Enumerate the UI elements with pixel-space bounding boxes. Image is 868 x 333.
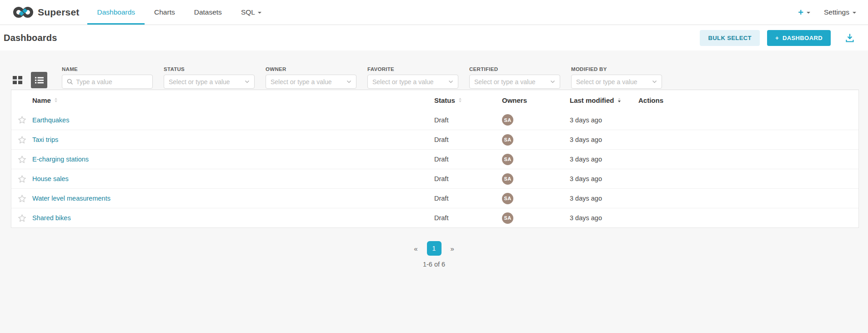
status-cell: Draft bbox=[434, 195, 502, 202]
top-navbar: Superset Dashboards Charts Datasets SQL … bbox=[0, 0, 868, 25]
dashboard-link[interactable]: Earthquakes bbox=[32, 116, 69, 124]
filter-select[interactable]: Select or type a value bbox=[164, 75, 255, 89]
list-view-toggle[interactable] bbox=[31, 72, 47, 88]
dashboards-table: Name Status Owners Last modified Actions bbox=[11, 90, 859, 228]
favorite-star-button[interactable] bbox=[11, 116, 32, 124]
filter-label: FAVORITE bbox=[367, 66, 458, 72]
dashboard-link[interactable]: Shared bikes bbox=[32, 214, 71, 222]
owners-cell: SA bbox=[502, 154, 570, 165]
column-header-actions: Actions bbox=[638, 96, 858, 104]
nav-label: SQL bbox=[241, 8, 255, 16]
nav-label: Charts bbox=[154, 8, 175, 16]
search-icon bbox=[67, 78, 73, 85]
favorite-star-button[interactable] bbox=[11, 214, 32, 222]
last-modified-cell: 3 days ago bbox=[570, 195, 638, 202]
filter-selects: STATUS Select or type a value OWNER Sele… bbox=[153, 55, 662, 89]
name-search-input[interactable] bbox=[76, 78, 148, 86]
owners-cell: SA bbox=[502, 193, 570, 204]
table-row: Earthquakes Draft SA 3 days ago bbox=[11, 110, 858, 130]
pagination-summary: 1-6 of 6 bbox=[0, 261, 868, 268]
filter-select-group: MODIFIED BY Select or type a value bbox=[571, 55, 662, 89]
select-placeholder: Select or type a value bbox=[271, 78, 343, 86]
star-icon bbox=[18, 116, 26, 124]
new-item-menu-button[interactable]: + bbox=[798, 8, 810, 17]
filter-label: OWNER bbox=[266, 66, 356, 72]
plus-icon: + bbox=[798, 8, 803, 17]
column-label: Name bbox=[32, 96, 51, 104]
settings-label: Settings bbox=[824, 8, 849, 16]
navbar-right: + Settings bbox=[798, 0, 856, 25]
filter-select[interactable]: Select or type a value bbox=[469, 75, 560, 89]
last-modified-cell: 3 days ago bbox=[570, 116, 638, 124]
download-icon bbox=[844, 32, 855, 43]
filter-select-group: FAVORITE Select or type a value bbox=[367, 55, 458, 89]
table-row: Water level measurements Draft SA 3 days… bbox=[11, 188, 858, 208]
last-modified-cell: 3 days ago bbox=[570, 136, 638, 143]
plus-icon: + bbox=[775, 35, 779, 41]
column-header-owners: Owners bbox=[502, 96, 570, 104]
favorite-star-button[interactable] bbox=[11, 155, 32, 164]
chevron-down-icon bbox=[807, 12, 810, 14]
favorite-star-button[interactable] bbox=[11, 194, 32, 203]
settings-menu-button[interactable]: Settings bbox=[824, 8, 856, 16]
star-icon bbox=[18, 214, 26, 222]
column-header-name[interactable]: Name bbox=[32, 96, 434, 104]
sort-icon bbox=[55, 98, 57, 102]
bulk-select-button[interactable]: BULK SELECT bbox=[700, 30, 759, 46]
card-view-toggle[interactable] bbox=[9, 72, 25, 88]
owners-cell: SA bbox=[502, 173, 570, 185]
status-cell: Draft bbox=[434, 156, 502, 163]
new-dashboard-button[interactable]: + DASHBOARD bbox=[767, 30, 831, 46]
new-dashboard-label: DASHBOARD bbox=[783, 35, 823, 41]
column-header-last-modified[interactable]: Last modified bbox=[570, 96, 638, 104]
table-row: House sales Draft SA 3 days ago bbox=[11, 169, 858, 188]
last-modified-cell: 3 days ago bbox=[570, 175, 638, 182]
owner-avatar: SA bbox=[502, 212, 513, 224]
owners-cell: SA bbox=[502, 114, 570, 126]
list-view-icon bbox=[35, 77, 44, 84]
column-label: Actions bbox=[638, 96, 663, 104]
page-header: Dashboards BULK SELECT + DASHBOARD bbox=[0, 25, 868, 50]
column-header-status[interactable]: Status bbox=[434, 96, 502, 104]
filter-select[interactable]: Select or type a value bbox=[367, 75, 458, 89]
nav-label: Datasets bbox=[194, 8, 222, 16]
owners-cell: SA bbox=[502, 212, 570, 224]
import-dashboards-button[interactable] bbox=[843, 31, 856, 44]
filter-select[interactable]: Select or type a value bbox=[266, 75, 356, 89]
brand-name: Superset bbox=[38, 7, 79, 18]
previous-page-button[interactable]: « bbox=[409, 242, 422, 255]
superset-logo[interactable]: Superset bbox=[13, 0, 79, 25]
chevron-down-icon bbox=[258, 12, 261, 14]
dashboard-name-cell: Water level measurements bbox=[32, 194, 434, 202]
favorite-star-button[interactable] bbox=[11, 175, 32, 183]
filter-select[interactable]: Select or type a value bbox=[571, 75, 662, 89]
nav-item-charts[interactable]: Charts bbox=[145, 0, 185, 25]
nav-item-datasets[interactable]: Datasets bbox=[185, 0, 231, 25]
filter-select-group: STATUS Select or type a value bbox=[164, 55, 255, 89]
dashboard-link[interactable]: House sales bbox=[32, 175, 69, 182]
dashboard-name-cell: Shared bikes bbox=[32, 214, 434, 222]
table-row: Shared bikes Draft SA 3 days ago bbox=[11, 208, 858, 227]
filter-bar: NAME STATUS Select or type a value bbox=[0, 50, 868, 89]
select-placeholder: Select or type a value bbox=[372, 78, 445, 86]
column-label: Last modified bbox=[570, 96, 614, 104]
sort-desc-icon bbox=[618, 98, 621, 102]
filter-label: NAME bbox=[62, 66, 153, 72]
filter-label: MODIFIED BY bbox=[571, 66, 662, 72]
page-1-button[interactable]: 1 bbox=[427, 241, 442, 256]
status-cell: Draft bbox=[434, 214, 502, 222]
chevron-down-icon bbox=[346, 80, 351, 84]
dashboard-link[interactable]: E-charging stations bbox=[32, 156, 89, 163]
filter-name: NAME bbox=[62, 55, 153, 89]
dashboard-link[interactable]: Water level measurements bbox=[32, 195, 110, 202]
table-row: E-charging stations Draft SA 3 days ago bbox=[11, 149, 858, 169]
grid-view-icon bbox=[13, 76, 22, 84]
nav-item-dashboards[interactable]: Dashboards bbox=[87, 0, 145, 25]
column-label: Status bbox=[434, 96, 455, 104]
nav-item-sql[interactable]: SQL bbox=[231, 0, 271, 25]
dashboard-link[interactable]: Taxi trips bbox=[32, 136, 58, 143]
next-page-button[interactable]: » bbox=[446, 242, 459, 255]
nav-label: Dashboards bbox=[97, 8, 135, 16]
filter-select-group: OWNER Select or type a value bbox=[266, 55, 356, 89]
favorite-star-button[interactable] bbox=[11, 136, 32, 144]
